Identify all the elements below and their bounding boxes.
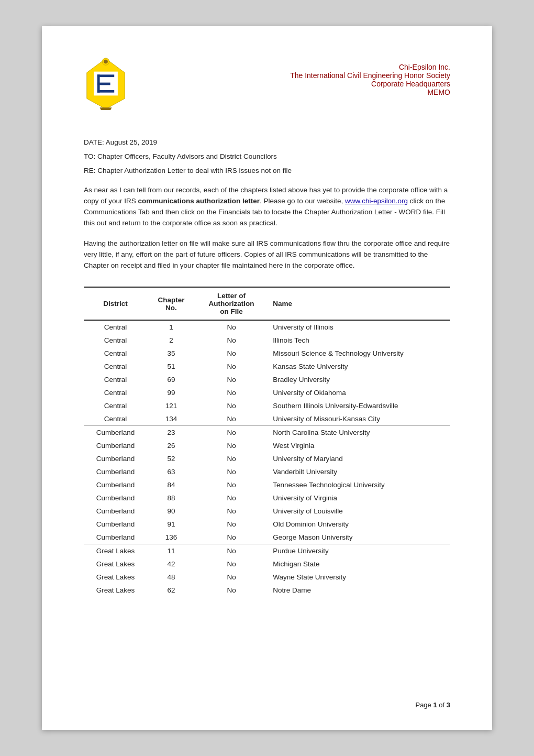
table-row: Central121NoSouthern Illinois University… (84, 399, 450, 412)
svg-rect-5 (97, 90, 114, 93)
table-row: Great Lakes62NoNotre Dame (84, 584, 450, 597)
name-cell: Southern Illinois University-Edwardsvill… (268, 399, 450, 412)
table-row: Cumberland84NoTennessee Technological Un… (84, 478, 450, 491)
table-row: Cumberland52NoUniversity of Maryland (84, 452, 450, 465)
name-cell: University of Illinois (268, 320, 450, 334)
name-cell: Bradley University (268, 373, 450, 386)
name-cell: Illinois Tech (268, 334, 450, 347)
chapter-no-cell: 48 (147, 571, 195, 584)
table-row: Great Lakes42NoMichigan State (84, 557, 450, 571)
district-cell: Great Lakes (84, 584, 147, 597)
district-cell: Great Lakes (84, 571, 147, 584)
district-cell: Cumberland (84, 452, 147, 465)
letter-cell: No (195, 347, 268, 360)
table-row: Great Lakes48NoWayne State University (84, 571, 450, 584)
to-line: TO: Chapter Officers, Faculty Advisors a… (84, 152, 450, 160)
letter-cell: No (195, 584, 268, 597)
table-body: Central1NoUniversity of IllinoisCentral2… (84, 320, 450, 597)
name-cell: University of Louisville (268, 505, 450, 518)
district-cell: Cumberland (84, 491, 147, 505)
chapter-no-cell: 69 (147, 373, 195, 386)
memo-metadata: DATE: August 25, 2019 TO: Chapter Office… (84, 138, 450, 174)
date-label: DATE: (84, 138, 104, 146)
table-row: Cumberland91NoOld Dominion University (84, 518, 450, 531)
letter-cell: No (195, 373, 268, 386)
letter-header: Letter ofAuthorizationon File (195, 287, 268, 320)
date-line: DATE: August 25, 2019 (84, 138, 450, 146)
name-cell: West Virginia (268, 439, 450, 452)
table-row: Cumberland63NoVanderbilt University (84, 465, 450, 478)
re-value: Chapter Authorization Letter to deal wit… (97, 167, 292, 174)
letter-cell: No (195, 571, 268, 584)
letter-cell: No (195, 399, 268, 412)
body-paragraph-2: Having the authorization letter on file … (84, 238, 450, 271)
header-text-block: Chi-Epsilon Inc. The International Civil… (136, 58, 450, 96)
district-header: District (84, 287, 147, 320)
district-cell: Central (84, 334, 147, 347)
chapter-no-cell: 88 (147, 491, 195, 505)
district-cell: Central (84, 386, 147, 399)
district-cell: Great Lakes (84, 544, 147, 558)
chapter-no-cell: 91 (147, 518, 195, 531)
district-cell: Cumberland (84, 478, 147, 491)
name-cell: Notre Dame (268, 584, 450, 597)
header-row: District ChapterNo. Letter ofAuthorizati… (84, 287, 450, 320)
chapters-table: District ChapterNo. Letter ofAuthorizati… (84, 287, 450, 597)
letter-cell: No (195, 491, 268, 505)
letter-cell: No (195, 518, 268, 531)
letter-cell: No (195, 426, 268, 440)
document-page: Chi-Epsilon Inc. The International Civil… (42, 26, 492, 730)
name-cell: Michigan State (268, 557, 450, 571)
re-line: RE: Chapter Authorization Letter to deal… (84, 167, 450, 174)
chapter-no-cell: 51 (147, 360, 195, 373)
para1-end: . Please go to our website, (260, 197, 345, 205)
district-cell: Central (84, 373, 147, 386)
chapter-no-cell: 84 (147, 478, 195, 491)
table-row: Central51NoKansas State University (84, 360, 450, 373)
logo-container (84, 58, 136, 112)
letter-cell: No (195, 557, 268, 571)
bold-text: communications authorization letter (138, 197, 260, 205)
org-name: Chi-Epsilon Inc. (136, 63, 450, 71)
chapter-no-header: ChapterNo. (147, 287, 195, 320)
name-cell: Vanderbilt University (268, 465, 450, 478)
to-label: TO: (84, 152, 95, 160)
district-cell: Cumberland (84, 518, 147, 531)
memo-label: MEMO (136, 88, 450, 96)
document-header: Chi-Epsilon Inc. The International Civil… (84, 58, 450, 112)
letter-cell: No (195, 334, 268, 347)
letter-cell: No (195, 360, 268, 373)
name-cell: Missouri Science & Technology University (268, 347, 450, 360)
letter-cell: No (195, 478, 268, 491)
district-cell: Central (84, 412, 147, 426)
chapter-no-cell: 23 (147, 426, 195, 440)
chapter-no-cell: 63 (147, 465, 195, 478)
letter-cell: No (195, 412, 268, 426)
letter-cell: No (195, 465, 268, 478)
chapter-no-cell: 52 (147, 452, 195, 465)
name-cell: George Mason University (268, 531, 450, 544)
name-cell: University of Virginia (268, 491, 450, 505)
table-row: Great Lakes11NoPurdue University (84, 544, 450, 558)
honor-society: The International Civil Engineering Hono… (136, 71, 450, 80)
chapter-no-cell: 99 (147, 386, 195, 399)
letter-cell: No (195, 544, 268, 558)
svg-marker-9 (100, 107, 112, 110)
chapter-no-cell: 134 (147, 412, 195, 426)
chapter-no-cell: 26 (147, 439, 195, 452)
letter-cell: No (195, 531, 268, 544)
district-cell: Central (84, 347, 147, 360)
district-cell: Cumberland (84, 465, 147, 478)
letter-cell: No (195, 386, 268, 399)
website-link[interactable]: www.chi-epsilon.org (345, 197, 408, 205)
table-header: District ChapterNo. Letter ofAuthorizati… (84, 287, 450, 320)
chapter-no-cell: 121 (147, 399, 195, 412)
table-row: Central99NoUniversity of Oklahoma (84, 386, 450, 399)
table-row: Central69NoBradley University (84, 373, 450, 386)
svg-point-7 (104, 60, 108, 64)
district-cell: Great Lakes (84, 557, 147, 571)
data-table-container: District ChapterNo. Letter ofAuthorizati… (84, 287, 450, 597)
chapter-no-cell: 1 (147, 320, 195, 334)
table-row: Cumberland136NoGeorge Mason University (84, 531, 450, 544)
table-row: Cumberland23NoNorth Carolina State Unive… (84, 426, 450, 440)
